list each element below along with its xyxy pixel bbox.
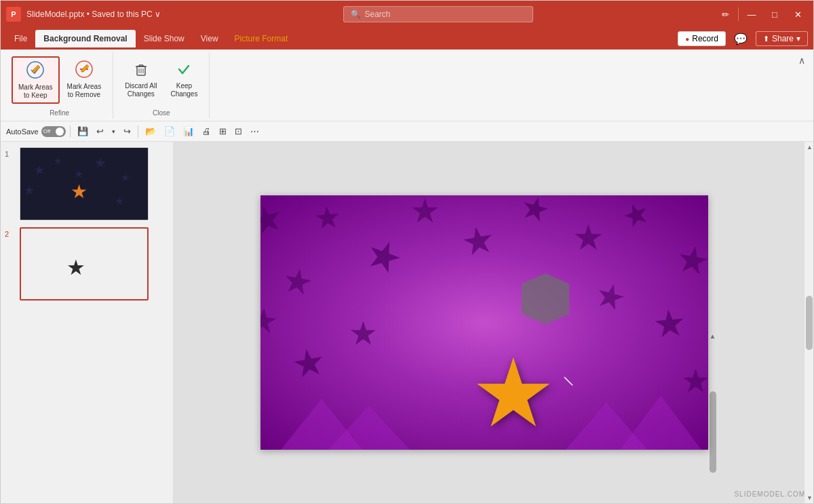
tab-picture-format[interactable]: Picture Format bbox=[227, 30, 296, 47]
ribbon-content: Mark Areasto Keep Mark Areasto Remove Re… bbox=[1, 50, 813, 121]
svg-text:★: ★ bbox=[573, 218, 604, 257]
svg-text:★: ★ bbox=[312, 199, 342, 236]
title-bar-center: 🔍 Search bbox=[343, 6, 533, 22]
slide-2-preview[interactable]: ★ bbox=[20, 227, 149, 301]
keep-label: KeepChanges bbox=[170, 82, 197, 98]
ribbon-right-actions: ● Record 💬 ⬆ Share ▾ bbox=[678, 31, 808, 47]
slide-2-bg: ★ bbox=[21, 229, 147, 299]
minimize-button[interactable]: — bbox=[741, 4, 762, 24]
toggle-off-label: Off bbox=[43, 128, 51, 134]
tab-file[interactable]: File bbox=[6, 30, 35, 47]
svg-text:★: ★ bbox=[24, 184, 35, 197]
svg-text:★: ★ bbox=[349, 315, 378, 351]
grid-btn[interactable]: ⊞ bbox=[216, 125, 229, 138]
table-btn[interactable]: ⊡ bbox=[232, 125, 245, 138]
scroll-up-btn[interactable]: ▲ bbox=[710, 330, 716, 342]
title-bar-left: P SlideModel.pptx • Saved to this PC ∨ bbox=[6, 7, 161, 22]
main-scroll-track bbox=[805, 153, 813, 492]
more-btn[interactable]: ⋯ bbox=[248, 125, 262, 138]
search-placeholder: Search bbox=[365, 9, 391, 19]
canvas-scrollbar[interactable]: ▲ ▼ bbox=[708, 330, 718, 504]
redo-btn[interactable]: ↪ bbox=[121, 125, 134, 138]
svg-marker-43 bbox=[522, 273, 569, 324]
share-button[interactable]: ⬆ Share ▾ bbox=[756, 31, 808, 46]
slides-panel: 1 ★ ★ ★ ★ ★ ★ ★ bbox=[1, 142, 174, 503]
save-icon-btn[interactable]: 💾 bbox=[75, 125, 91, 138]
undo-btn[interactable]: ↩ bbox=[94, 125, 106, 138]
record-button[interactable]: ● Record bbox=[678, 31, 726, 46]
app-logo: P bbox=[6, 7, 21, 22]
app-window: P SlideModel.pptx • Saved to this PC ∨ 🔍… bbox=[0, 0, 814, 504]
svg-line-1 bbox=[41, 64, 41, 65]
ribbon-group-refine: Mark Areasto Keep Mark Areasto Remove Re… bbox=[6, 52, 113, 118]
collapse-ribbon-button[interactable]: ∧ bbox=[796, 52, 808, 69]
right-scrollbar-panel: ▲ ▼ bbox=[804, 142, 813, 503]
svg-text:★: ★ bbox=[66, 256, 85, 279]
svg-text:★: ★ bbox=[471, 340, 556, 446]
mark-remove-label: Mark Areasto Remove bbox=[67, 83, 102, 99]
main-scroll-down[interactable]: ▼ bbox=[805, 492, 813, 503]
close-button[interactable]: ✕ bbox=[788, 4, 808, 24]
mark-areas-remove-button[interactable]: Mark Areasto Remove bbox=[61, 56, 108, 102]
autosave-label: AutoSave bbox=[6, 128, 39, 136]
svg-text:★: ★ bbox=[74, 168, 83, 180]
svg-text:★: ★ bbox=[681, 363, 708, 399]
slide-canvas[interactable]: ★ ★ ★ ★ ★ ★ ★ ★ ★ ★ ★ ★ ★ ★ ★ ★ bbox=[260, 195, 708, 450]
title-bar: P SlideModel.pptx • Saved to this PC ∨ 🔍… bbox=[1, 1, 813, 28]
toolbar-divider-1 bbox=[70, 125, 71, 138]
svg-text:★: ★ bbox=[34, 163, 45, 177]
toggle-knob bbox=[56, 128, 64, 136]
slide-number-1: 1 bbox=[5, 147, 16, 158]
autosave-toggle[interactable]: Off bbox=[41, 126, 66, 137]
ribbon-group-close: Discard AllChanges KeepChanges Close bbox=[113, 52, 210, 118]
refine-buttons: Mark Areasto Keep Mark Areasto Remove bbox=[12, 54, 107, 106]
main-area: 1 ★ ★ ★ ★ ★ ★ ★ bbox=[1, 142, 813, 503]
slide-number-2: 2 bbox=[5, 227, 16, 238]
pen-icon-btn[interactable]: ✏ bbox=[715, 4, 735, 24]
scroll-thumb[interactable] bbox=[710, 391, 716, 473]
check-icon bbox=[174, 60, 193, 81]
main-scroll-up[interactable]: ▲ bbox=[805, 142, 813, 153]
quick-access-toolbar: AutoSave Off 💾 ↩ ▾ ↪ 📂 📄 📊 🖨 ⊞ ⊡ ⋯ bbox=[1, 121, 813, 142]
svg-text:★: ★ bbox=[94, 155, 106, 170]
mark-areas-keep-button[interactable]: Mark Areasto Keep bbox=[12, 56, 60, 104]
discard-label: Discard AllChanges bbox=[125, 82, 157, 98]
mark-keep-label: Mark Areasto Keep bbox=[18, 83, 53, 100]
slide-thumbnail-2: 2 ★ bbox=[5, 227, 169, 301]
keep-changes-button[interactable]: KeepChanges bbox=[164, 56, 204, 102]
svg-text:★: ★ bbox=[71, 181, 88, 202]
svg-text:★: ★ bbox=[54, 155, 62, 166]
slide-thumbnail-1: 1 ★ ★ ★ ★ ★ ★ ★ bbox=[5, 147, 169, 220]
tab-view[interactable]: View bbox=[193, 30, 227, 47]
close-label: Close bbox=[153, 106, 170, 117]
comment-button[interactable]: 💬 bbox=[730, 31, 752, 47]
svg-text:★: ★ bbox=[115, 195, 124, 207]
tab-slideshow[interactable]: Slide Show bbox=[136, 30, 193, 47]
share-dropdown-icon: ▾ bbox=[796, 34, 800, 43]
ribbon-tab-bar: File Background Removal Slide Show View … bbox=[1, 28, 813, 50]
svg-text:★: ★ bbox=[260, 301, 280, 341]
search-icon: 🔍 bbox=[351, 9, 361, 19]
refine-label: Refine bbox=[50, 106, 69, 117]
slide-1-preview[interactable]: ★ ★ ★ ★ ★ ★ ★ ★ bbox=[20, 147, 149, 220]
new-doc-btn[interactable]: 📄 bbox=[161, 125, 178, 138]
canvas-area: ★ ★ ★ ★ ★ ★ ★ ★ ★ ★ ★ ★ ★ ★ ★ ★ bbox=[174, 142, 804, 503]
tab-background-removal[interactable]: Background Removal bbox=[35, 30, 135, 47]
undo-dropdown-btn[interactable]: ▾ bbox=[109, 127, 118, 136]
search-box[interactable]: 🔍 Search bbox=[343, 6, 533, 22]
maximize-button[interactable]: □ bbox=[764, 4, 785, 24]
svg-text:★: ★ bbox=[121, 172, 130, 183]
svg-text:★: ★ bbox=[279, 260, 316, 303]
svg-text:★: ★ bbox=[651, 301, 687, 346]
chart-btn[interactable]: 📊 bbox=[180, 125, 197, 138]
close-buttons: Discard AllChanges KeepChanges bbox=[119, 54, 204, 104]
discard-changes-button[interactable]: Discard AllChanges bbox=[119, 56, 163, 102]
main-scroll-thumb[interactable] bbox=[806, 296, 813, 350]
print-btn[interactable]: 🖨 bbox=[199, 125, 214, 138]
svg-text:★: ★ bbox=[410, 195, 440, 230]
open-btn[interactable]: 📂 bbox=[142, 125, 159, 138]
pencil-minus-icon bbox=[75, 60, 94, 81]
toolbar-divider-2 bbox=[138, 125, 138, 138]
trash-icon bbox=[132, 60, 151, 81]
share-icon: ⬆ bbox=[763, 35, 769, 43]
